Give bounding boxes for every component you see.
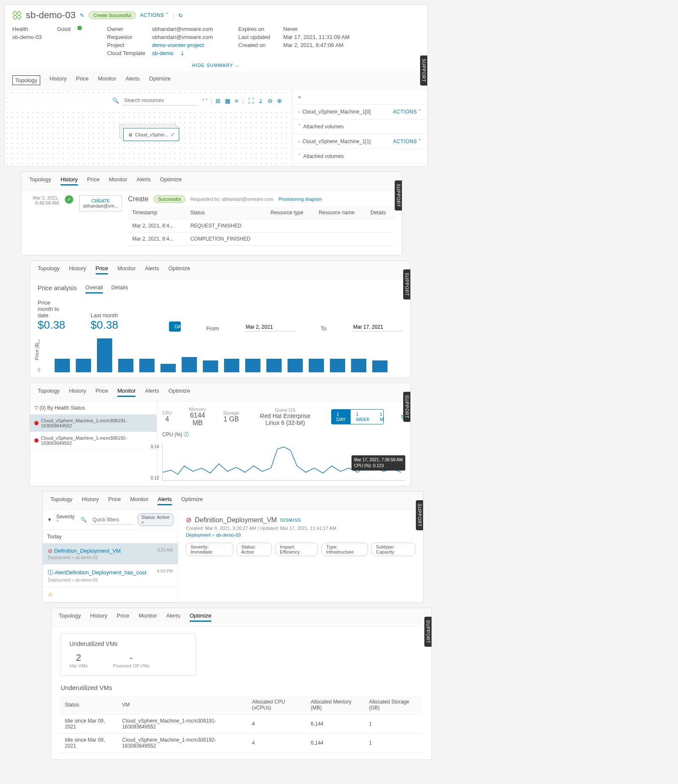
monitor-item-0[interactable]: Cloud_vSphere_Machine_1-mcm306191-163093… [30,415,157,432]
col-mem[interactable]: Allocated Memory (MB) [307,695,365,715]
o-tab-price[interactable]: Price [117,612,130,622]
support-tab[interactable]: SUPPORT [403,392,410,422]
topology-canvas[interactable]: 🔍 ˄ ˅ | ⊞ ▦ ≡ | ⛶ ⤓ ⊖ ⊕ 🖥 Cloud_vSpher..… [5,90,292,166]
seg-1week[interactable]: 1 WEEK [351,410,374,424]
o-tab-monitor[interactable]: Monitor [138,612,157,622]
alert-item-1[interactable]: ⓘ AlertDefinition_Deployment_has_cost 4:… [43,565,178,587]
tab-history[interactable]: History [50,75,66,85]
seg-daily[interactable]: DAILY [169,322,181,331]
download-icon[interactable]: ⤓ [180,50,185,56]
info-icon[interactable]: ⓘ [184,432,189,438]
list-icon[interactable]: ≡ [235,97,238,104]
support-tab[interactable]: SUPPORT [420,55,427,86]
support-tab[interactable]: SUPPORT [403,269,410,299]
severity-dropdown[interactable]: Severity ˅ [56,514,76,526]
refresh-icon[interactable]: ↻ [178,12,183,19]
o-tab-optimize[interactable]: Optimize [190,612,211,622]
m-tab-topology[interactable]: Topology [38,388,60,397]
a-tab-history[interactable]: History [82,496,99,505]
support-tab[interactable]: SUPPORT [395,180,402,211]
hide-summary-toggle[interactable]: HIDE SUMMARY ︿ [5,60,427,71]
col-stor[interactable]: Allocated Storage (GB) [365,695,422,715]
provisioning-link[interactable]: Provisioning diagram [278,197,322,202]
tree-item-1[interactable]: ˅Attached volumes [292,119,427,134]
search-input[interactable] [122,96,199,105]
m-tab-history[interactable]: History [69,388,86,397]
a-tab-topology[interactable]: Topology [50,496,72,505]
col-vm[interactable]: VM [118,695,248,715]
seg-1day[interactable]: 1 DAY [332,410,351,424]
tree-actions-0[interactable]: ACTIONS ˅ [393,109,421,115]
support-tab[interactable]: SUPPORT [416,500,423,530]
history-event-card[interactable]: CREATE sbhandari@vm... [79,195,122,211]
p-tab-history[interactable]: History [69,265,86,274]
o-tab-alerts[interactable]: Alerts [166,612,180,622]
expand-icon[interactable]: ⤢ [171,132,174,137]
m-tab-monitor[interactable]: Monitor [117,388,136,397]
from-date-input[interactable] [244,323,295,332]
p-tab-optimize[interactable]: Optimize [169,265,190,274]
tab-alerts[interactable]: Alerts [125,75,139,85]
chevron-updown-icon[interactable]: ˄ ˅ [202,98,208,103]
download-view-icon[interactable]: ⤓ [258,97,263,104]
col-rname[interactable]: Resource name [314,206,366,219]
m-tab-alerts[interactable]: Alerts [145,388,159,397]
tab-optimize[interactable]: Optimize [149,75,171,85]
status-chip[interactable]: Status: Active × [138,513,174,526]
h-tab-price[interactable]: Price [87,176,100,186]
graph-icon[interactable]: ⊞ [216,97,221,104]
monitor-filter[interactable]: ▽ (0) By Health Status [30,402,157,415]
m-tab-price[interactable]: Price [96,388,108,397]
subtab-details[interactable]: Details [111,284,128,294]
monitor-item-1[interactable]: Cloud_vSphere_Machine_1-mcm306192-163093… [30,432,157,449]
m-tab-optimize[interactable]: Optimize [169,388,190,397]
topology-node[interactable]: 🖥 Cloud_vSpher... ⤢ [123,128,179,141]
tab-monitor[interactable]: Monitor [98,75,116,85]
crumb-target[interactable]: sb-demo-03 [216,532,241,537]
alert-item-2[interactable]: ⚠ [43,587,178,602]
to-date-input[interactable] [352,323,403,332]
h-tab-monitor[interactable]: Monitor [109,176,127,186]
alert-item-0[interactable]: ⊘ Definition_Deployment_VM 3:20 AM Deplo… [43,543,178,565]
dismiss-button[interactable]: DISMISS [280,518,301,523]
a-tab-price[interactable]: Price [108,496,121,505]
o-tab-history[interactable]: History [90,612,107,622]
col-status[interactable]: Status [186,206,266,219]
o-tab-topology[interactable]: Topology [59,612,81,622]
seg-1month[interactable]: 1 MONTH [375,410,384,424]
tab-price[interactable]: Price [76,75,89,85]
h-tab-alerts[interactable]: Alerts [136,176,150,186]
actions-dropdown[interactable]: ACTIONS ˅ [140,12,169,18]
a-tab-monitor[interactable]: Monitor [130,496,148,505]
zoom-out-icon[interactable]: ⊖ [268,97,273,104]
col-rtype[interactable]: Resource type [266,206,315,219]
crumb-deployment[interactable]: Deployment [186,532,211,537]
grid-icon[interactable]: ▦ [225,97,230,104]
support-tab[interactable]: SUPPORT [424,617,432,647]
edit-icon[interactable]: ✎ [80,12,84,19]
filter-icon[interactable]: ▼ [47,517,52,523]
h-tab-history[interactable]: History [61,176,77,186]
zoom-in-icon[interactable]: ⊕ [277,97,282,104]
fit-icon[interactable]: ⛶ [248,97,254,104]
a-tab-alerts[interactable]: Alerts [158,496,172,505]
col-status[interactable]: Status [61,695,118,715]
col-details[interactable]: Details [366,206,394,219]
p-tab-monitor[interactable]: Monitor [117,265,136,274]
h-tab-optimize[interactable]: Optimize [160,176,182,186]
template-link[interactable]: sb-demo [152,50,174,56]
quick-filter-input[interactable] [91,515,133,525]
col-timestamp[interactable]: Timestamp [128,206,186,219]
p-tab-alerts[interactable]: Alerts [145,265,159,274]
p-tab-topology[interactable]: Topology [38,265,60,274]
tree-item-2[interactable]: ›Cloud_vSphere_Machine_1[1]ACTIONS ˅ [292,134,427,149]
col-cpu[interactable]: Allocated CPU (vCPUs) [248,695,307,715]
subtab-overall[interactable]: Overall [86,284,103,294]
tab-topology[interactable]: Topology [12,75,40,85]
h-tab-topology[interactable]: Topology [29,176,51,186]
tree-item-3[interactable]: ˅Attached volumes [292,149,427,164]
tree-collapse[interactable]: » [292,90,427,105]
tree-item-0[interactable]: ›Cloud_vSphere_Machine_1[0]ACTIONS ˅ [292,105,427,119]
a-tab-optimize[interactable]: Optimize [181,496,203,505]
tree-actions-2[interactable]: ACTIONS ˅ [393,139,421,144]
